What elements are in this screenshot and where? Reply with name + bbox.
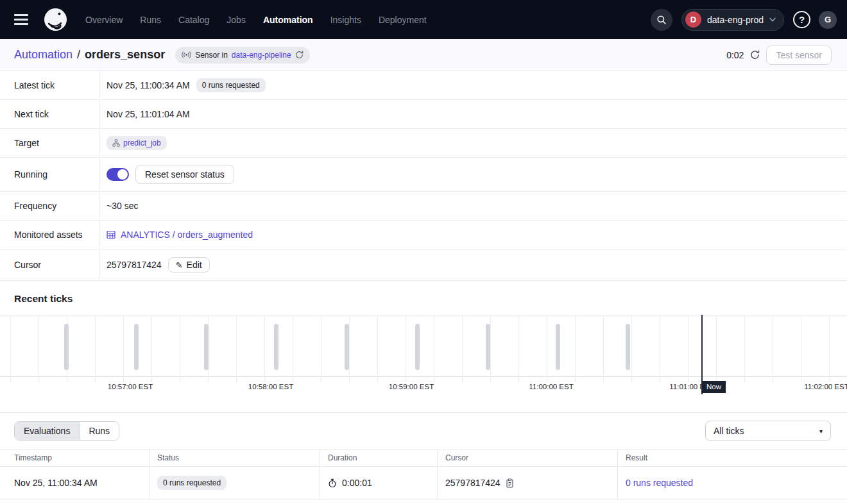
latest-tick-label: Latest tick xyxy=(0,71,99,99)
search-button[interactable] xyxy=(651,9,672,31)
target-job-link[interactable]: predict_job xyxy=(123,139,161,147)
tab-runs[interactable]: Runs xyxy=(80,422,119,440)
search-icon xyxy=(656,15,667,25)
monitored-assets-row: Monitored assets ANALYTICS / orders_augm… xyxy=(0,221,847,249)
breadcrumb-separator: / xyxy=(77,48,80,62)
cursor-edit-button[interactable]: ✎ Edit xyxy=(168,257,210,273)
breadcrumb-bar: Automation / orders_sensor Sensor in dat… xyxy=(0,39,847,71)
tab-evaluations[interactable]: Evaluations xyxy=(15,422,80,440)
axis-label: 10:58:00 EST xyxy=(248,383,293,391)
col-header-cursor: Cursor xyxy=(438,449,618,466)
recent-ticks-plot xyxy=(0,315,847,377)
col-header-duration: Duration xyxy=(320,449,438,466)
chevron-down-icon xyxy=(769,17,776,22)
refresh-icon[interactable] xyxy=(750,50,760,60)
sensor-signal-icon xyxy=(182,51,191,58)
tick-bar[interactable] xyxy=(64,324,69,370)
running-row: Running Reset sensor status xyxy=(0,158,847,192)
monitored-asset-path: ANALYTICS / orders_augmented xyxy=(121,230,253,240)
table-row: Nov 25, 11:00:34 AM 0 runs requested 0:0… xyxy=(0,467,847,500)
top-navbar: OverviewRunsCatalogJobsAutomationInsight… xyxy=(0,0,847,39)
hamburger-menu-icon[interactable] xyxy=(14,14,28,25)
tick-bar[interactable] xyxy=(556,324,560,370)
tick-filter-value: All ticks xyxy=(714,426,744,436)
evaluations-table: Timestamp Status Duration Cursor Result … xyxy=(0,449,847,500)
breadcrumb-automation-link[interactable]: Automation xyxy=(14,48,73,62)
workspace-name: data-eng-prod xyxy=(707,15,764,25)
workspace-avatar: D xyxy=(685,12,701,28)
tick-bar[interactable] xyxy=(274,324,278,370)
refresh-countdown: 0:02 xyxy=(726,50,744,60)
dagster-logo-icon[interactable] xyxy=(44,8,67,31)
running-toggle[interactable] xyxy=(107,168,129,181)
view-segmented-control: Evaluations Runs xyxy=(14,421,119,441)
latest-tick-status-badge: 0 runs requested xyxy=(196,78,266,92)
app-window: OverviewRunsCatalogJobsAutomationInsight… xyxy=(0,0,847,504)
tick-bar[interactable] xyxy=(345,324,349,370)
reset-sensor-status-button[interactable]: Reset sensor status xyxy=(135,165,234,184)
next-tick-value: Nov 25, 11:01:04 AM xyxy=(107,109,190,119)
col-header-status: Status xyxy=(150,449,320,466)
sensor-location-badge: Sensor in data-eng-pipeline xyxy=(175,47,309,63)
cursor-edit-label: Edit xyxy=(187,260,202,270)
latest-tick-row: Latest tick Nov 25, 11:00:34 AM 0 runs r… xyxy=(0,71,847,100)
target-row: Target predict_job xyxy=(0,129,847,158)
next-tick-row: Next tick Nov 25, 11:01:04 AM xyxy=(0,100,847,129)
axis-label: 10:57:00 EST xyxy=(108,383,153,391)
row-duration: 0:00:01 xyxy=(342,478,372,488)
col-header-timestamp: Timestamp xyxy=(0,449,150,466)
cursor-label: Cursor xyxy=(0,249,99,280)
nav-item-runs[interactable]: Runs xyxy=(140,15,161,25)
monitored-asset-link[interactable]: ANALYTICS / orders_augmented xyxy=(107,230,253,240)
axis-label: 11:00:00 EST xyxy=(529,383,573,391)
test-sensor-button[interactable]: Test sensor xyxy=(766,46,832,65)
job-icon xyxy=(112,139,120,147)
nav-item-automation[interactable]: Automation xyxy=(263,15,313,25)
page-title: orders_sensor xyxy=(85,48,165,62)
table-header-row: Timestamp Status Duration Cursor Result xyxy=(0,449,847,467)
tick-filter-select[interactable]: All ticks ▾ xyxy=(705,421,831,441)
workspace-switcher[interactable]: D data-eng-prod xyxy=(681,9,784,31)
cursor-value: 25797817424 xyxy=(107,260,162,270)
nav-item-insights[interactable]: Insights xyxy=(330,15,361,25)
help-icon: ? xyxy=(799,14,805,25)
next-tick-label: Next tick xyxy=(0,100,99,128)
copy-cursor-icon[interactable] xyxy=(506,478,514,488)
code-location-link[interactable]: data-eng-pipeline xyxy=(232,51,291,60)
row-status-badge: 0 runs requested xyxy=(157,476,227,490)
col-header-result: Result xyxy=(618,449,847,466)
evaluations-toolbar: Evaluations Runs All ticks ▾ xyxy=(0,413,847,449)
reload-location-icon[interactable] xyxy=(295,51,304,59)
tick-bar[interactable] xyxy=(204,324,209,370)
frequency-row: Frequency ~30 sec xyxy=(0,192,847,221)
nav-item-overview[interactable]: Overview xyxy=(85,15,123,25)
user-avatar[interactable]: G xyxy=(819,11,837,29)
select-caret-icon: ▾ xyxy=(819,428,823,435)
pencil-icon: ✎ xyxy=(176,260,183,270)
stopwatch-icon xyxy=(328,478,337,488)
latest-tick-value[interactable]: Nov 25, 11:00:34 AM xyxy=(107,80,190,90)
row-cursor: 25797817424 xyxy=(445,478,501,488)
sensor-badge-prefix: Sensor in xyxy=(195,51,228,60)
help-button[interactable]: ? xyxy=(793,11,810,28)
tick-bar[interactable] xyxy=(134,324,139,370)
row-timestamp[interactable]: Nov 25, 11:00:34 AM xyxy=(14,478,98,488)
tick-bar[interactable] xyxy=(486,324,490,370)
nav-item-catalog[interactable]: Catalog xyxy=(178,15,209,25)
running-label: Running xyxy=(0,158,99,191)
target-job-badge[interactable]: predict_job xyxy=(107,136,167,150)
target-label: Target xyxy=(0,129,99,157)
cursor-row: Cursor 25797817424 ✎ Edit xyxy=(0,249,847,281)
axis-label: 11:02:00 EST xyxy=(804,383,847,391)
sensor-details: Latest tick Nov 25, 11:00:34 AM 0 runs r… xyxy=(0,71,847,281)
nav-item-jobs[interactable]: Jobs xyxy=(227,15,246,25)
nav-items: OverviewRunsCatalogJobsAutomationInsight… xyxy=(85,15,427,25)
recent-ticks-chart: 10:57:00 EST10:58:00 EST10:59:00 EST11:0… xyxy=(0,315,847,413)
row-result-link[interactable]: 0 runs requested xyxy=(626,478,693,488)
frequency-value: ~30 sec xyxy=(107,201,138,211)
nav-item-deployment[interactable]: Deployment xyxy=(379,15,427,25)
frequency-label: Frequency xyxy=(0,192,99,220)
tick-bar[interactable] xyxy=(415,324,420,370)
tick-bar[interactable] xyxy=(626,324,630,370)
now-tooltip: Now xyxy=(702,381,726,393)
